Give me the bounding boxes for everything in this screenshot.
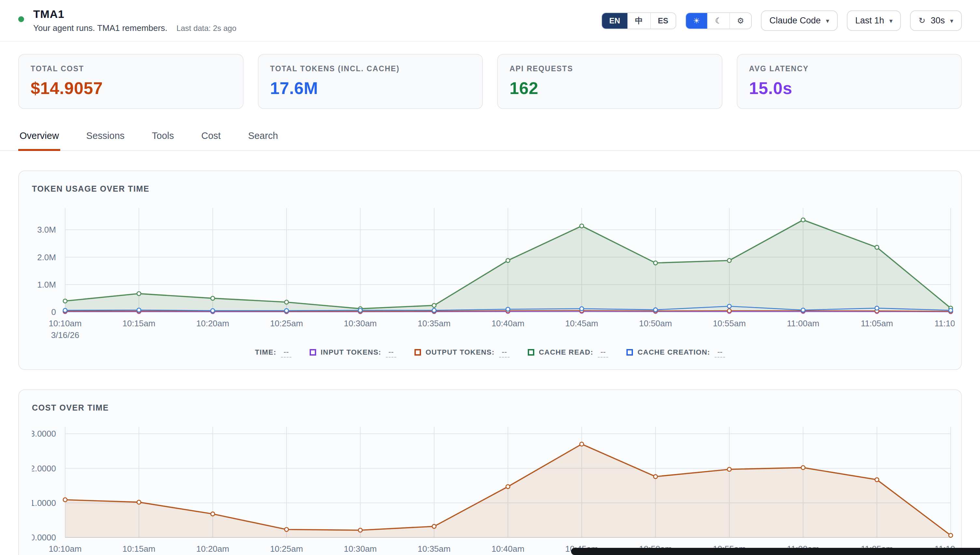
svg-text:10:25am: 10:25am — [270, 544, 303, 554]
tab-overview[interactable]: Overview — [18, 122, 60, 151]
panel-title: COST OVER TIME — [32, 403, 948, 412]
time-range-value: Last 1h — [855, 16, 884, 26]
main-tabs: Overview Sessions Tools Cost Search — [0, 122, 980, 151]
stat-card-total-tokens: TOTAL TOKENS (INCL. CACHE) 17.6M — [258, 54, 483, 109]
svg-text:10:35am: 10:35am — [418, 319, 451, 328]
lang-es-button[interactable]: ES — [651, 13, 676, 29]
stat-card-total-cost: TOTAL COST $14.9057 — [18, 54, 243, 109]
svg-text:10:30am: 10:30am — [344, 544, 377, 554]
cache-creation-swatch — [626, 349, 633, 356]
svg-text:10:40am: 10:40am — [491, 319, 524, 328]
horizontal-scrollbar-thumb[interactable] — [571, 548, 980, 555]
svg-text:10:20am: 10:20am — [196, 544, 229, 554]
svg-text:10:25am: 10:25am — [270, 319, 303, 328]
svg-text:10:10am: 10:10am — [48, 319, 81, 328]
lang-en-button[interactable]: EN — [602, 13, 628, 29]
input-tokens-swatch — [310, 349, 316, 356]
language-switcher: EN 中 ES — [601, 12, 676, 29]
svg-text:0.0000: 0.0000 — [32, 533, 56, 542]
stat-value: $14.9057 — [31, 79, 231, 98]
legend-cache-read: CACHE READ: -- — [528, 347, 608, 358]
svg-text:11:05am: 11:05am — [861, 319, 893, 328]
time-range-select[interactable]: Last 1h ▾ — [847, 10, 901, 31]
stat-card-avg-latency: AVG LATENCY 15.0s — [737, 54, 962, 109]
agent-select-value: Claude Code — [769, 16, 821, 26]
legend-time: TIME: -- — [255, 347, 291, 358]
svg-text:10:30am: 10:30am — [344, 319, 377, 328]
gear-icon: ⚙ — [737, 16, 744, 25]
stat-value: 17.6M — [270, 79, 471, 98]
refresh-interval-value: 30s — [930, 16, 945, 26]
svg-text:10:20am: 10:20am — [196, 319, 229, 328]
svg-text:10:55am: 10:55am — [713, 319, 745, 328]
panel-title: TOKEN USAGE OVER TIME — [32, 184, 948, 194]
refresh-icon: ↻ — [919, 16, 925, 26]
sun-icon: ☀ — [693, 16, 700, 25]
stat-label: AVG LATENCY — [749, 64, 950, 73]
svg-text:11:10am: 11:10am — [935, 319, 954, 328]
svg-text:3.0M: 3.0M — [37, 225, 56, 234]
chevron-down-icon: ▾ — [889, 17, 892, 25]
refresh-interval-select[interactable]: ↻ 30s ▾ — [910, 10, 962, 31]
svg-text:1.0000: 1.0000 — [32, 498, 56, 508]
svg-text:10:35am: 10:35am — [418, 544, 451, 554]
token-usage-chart[interactable]: 01.0M2.0M3.0M10:10am3/16/2610:15am10:20a… — [32, 203, 954, 342]
tab-tools[interactable]: Tools — [151, 122, 175, 151]
app-header: TMA1 Your agent runs. TMA1 remembers.Las… — [0, 0, 980, 42]
svg-text:2.0000: 2.0000 — [32, 464, 56, 473]
tab-sessions[interactable]: Sessions — [85, 122, 126, 151]
status-dot — [18, 16, 24, 22]
stat-label: API REQUESTS — [510, 64, 710, 73]
svg-text:3.0000: 3.0000 — [32, 429, 56, 438]
svg-text:1.0M: 1.0M — [37, 280, 56, 290]
stat-value: 15.0s — [749, 79, 950, 98]
svg-text:10:10am: 10:10am — [48, 544, 81, 554]
cost-panel: COST OVER TIME 0.00001.00002.00003.00001… — [18, 390, 962, 555]
svg-text:2.0M: 2.0M — [37, 252, 56, 262]
stats-row: TOTAL COST $14.9057 TOTAL TOKENS (INCL. … — [0, 42, 980, 113]
svg-text:10:50am: 10:50am — [639, 319, 672, 328]
theme-switcher: ☀ ☾ ⚙ — [686, 12, 752, 29]
light-theme-button[interactable]: ☀ — [686, 13, 708, 29]
auto-theme-button[interactable]: ⚙ — [730, 13, 751, 29]
cost-chart[interactable]: 0.00001.00002.00003.000010:10am3/16/2610… — [32, 422, 954, 555]
last-data-text: Last data: 2s ago — [177, 24, 237, 32]
cache-read-swatch — [528, 349, 534, 356]
tab-cost[interactable]: Cost — [200, 122, 222, 151]
legend-cache-creation: CACHE CREATION: -- — [626, 347, 725, 358]
lang-zh-button[interactable]: 中 — [628, 13, 651, 29]
svg-text:3/16/26: 3/16/26 — [51, 330, 79, 340]
chart-legend: TIME: -- INPUT TOKENS: -- OUTPUT TOKENS:… — [32, 347, 948, 358]
stat-label: TOTAL TOKENS (INCL. CACHE) — [270, 64, 471, 73]
moon-icon: ☾ — [715, 16, 722, 25]
output-tokens-swatch — [414, 349, 421, 356]
svg-text:0: 0 — [51, 307, 56, 317]
chevron-down-icon: ▾ — [826, 17, 829, 25]
legend-input-tokens: INPUT TOKENS: -- — [310, 347, 396, 358]
agent-select[interactable]: Claude Code ▾ — [761, 10, 838, 31]
svg-text:10:40am: 10:40am — [491, 544, 524, 554]
page-title: TMA1 — [33, 8, 237, 21]
chevron-down-icon: ▾ — [950, 17, 953, 25]
stat-value: 162 — [510, 79, 710, 98]
legend-output-tokens: OUTPUT TOKENS: -- — [414, 347, 510, 358]
stat-label: TOTAL COST — [31, 64, 231, 73]
tab-search[interactable]: Search — [247, 122, 279, 151]
svg-text:10:45am: 10:45am — [565, 319, 598, 328]
token-usage-panel: TOKEN USAGE OVER TIME 01.0M2.0M3.0M10:10… — [18, 170, 962, 370]
svg-text:10:15am: 10:15am — [122, 544, 155, 554]
svg-text:10:15am: 10:15am — [122, 319, 155, 328]
stat-card-api-requests: API REQUESTS 162 — [497, 54, 723, 109]
svg-text:11:00am: 11:00am — [787, 319, 819, 328]
page-subtitle: Your agent runs. TMA1 remembers. — [33, 23, 167, 33]
dark-theme-button[interactable]: ☾ — [708, 13, 730, 29]
